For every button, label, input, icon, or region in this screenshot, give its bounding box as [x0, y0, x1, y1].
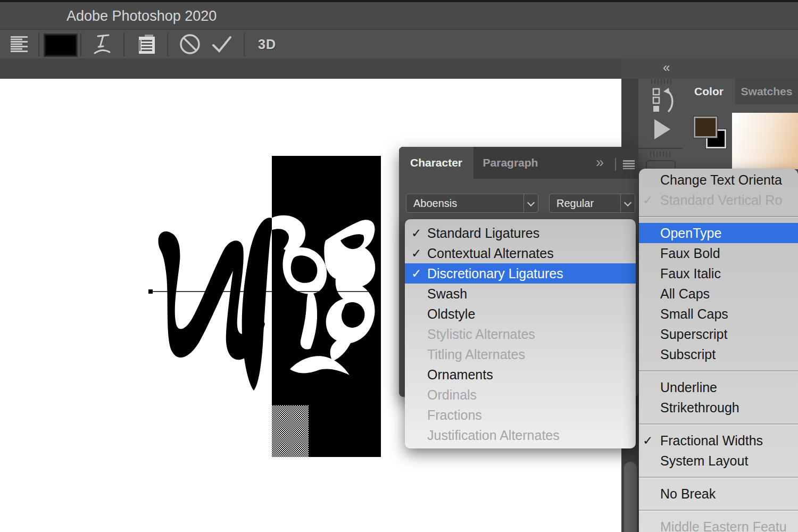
commit-check-icon[interactable] [211, 30, 233, 59]
font-family-select[interactable]: Aboensis [406, 194, 538, 213]
menu-separator [639, 510, 798, 511]
menu-item-faux-bold[interactable]: Faux Bold [639, 243, 798, 263]
panel-menu-icon[interactable] [623, 160, 635, 169]
menu-separator [639, 477, 798, 478]
menu-item-superscript[interactable]: Superscript [639, 324, 798, 344]
menu-item-middle-eastern-featu[interactable]: Middle Eastern Featu [639, 517, 798, 532]
tab-character[interactable]: Character [399, 147, 473, 179]
menu-item-label: Oldstyle [427, 306, 475, 322]
menu-item-subscript[interactable]: Subscript [639, 344, 798, 364]
3d-mode-button[interactable]: 3D [254, 30, 280, 59]
window-title: Adobe Photoshop 2020 [66, 8, 217, 24]
collapse-panels-button[interactable]: « [663, 60, 670, 75]
menu-item-label: Faux Bold [660, 246, 720, 261]
menu-item-label: Justification Alternates [427, 428, 560, 443]
font-style-select[interactable]: Regular [549, 194, 635, 213]
options-separator [80, 33, 81, 56]
menu-item-label: Small Caps [660, 306, 728, 322]
menu-item-label: Titling Alternates [427, 347, 525, 362]
menu-item-fractional-widths[interactable]: ✓ Fractional Widths [639, 430, 798, 451]
color-gradient-field[interactable] [732, 113, 798, 169]
menu-item-label: Swash [427, 286, 467, 302]
checkmark-icon: ✓ [643, 434, 660, 448]
chevron-down-icon [523, 194, 538, 212]
vertical-scrollbar[interactable] [624, 462, 637, 532]
tab-swatches[interactable]: Swatches [735, 79, 798, 104]
checkmark-icon: ✓ [411, 246, 427, 261]
actions-play-icon[interactable] [654, 119, 670, 139]
menu-item-swash[interactable]: Swash [405, 284, 636, 304]
checkmark-icon: ✓ [643, 193, 660, 207]
panel-grip[interactable] [651, 79, 671, 84]
options-separator [38, 33, 39, 56]
menu-item-oldstyle[interactable]: Oldstyle [405, 304, 636, 324]
menu-item-label: Stylistic Alternates [427, 327, 535, 342]
panel-grip[interactable] [650, 152, 670, 156]
menu-item-ornaments[interactable]: Ornaments [405, 364, 636, 385]
menu-item-small-caps[interactable]: Small Caps [639, 304, 798, 324]
menu-item-label: System Layout [660, 453, 748, 469]
options-separator [244, 33, 245, 56]
menu-item-label: Discretionary Ligatures [427, 266, 563, 281]
chevron-down-icon [620, 194, 635, 212]
menu-item-faux-italic[interactable]: Faux Italic [639, 263, 798, 284]
tab-color[interactable]: Color [683, 79, 735, 104]
dock-divider [638, 148, 683, 149]
menu-item-strikethrough[interactable]: Strikethrough [639, 397, 798, 418]
cancel-icon[interactable] [179, 30, 201, 59]
menu-item-label: Fractional Widths [660, 433, 763, 448]
dithered-region [272, 405, 309, 457]
opentype-submenu: ✓ Standard Ligatures ✓ Contextual Altern… [405, 219, 636, 448]
menu-item-change-text-orienta[interactable]: Change Text Orienta [639, 170, 798, 190]
menu-item-standard-vertical-ro[interactable]: ✓ Standard Vertical Ro [639, 190, 798, 210]
menu-separator [639, 216, 798, 217]
menu-item-label: Strikethrough [660, 400, 739, 415]
foreground-color-swatch[interactable] [694, 117, 717, 138]
menu-item-underline[interactable]: Underline [639, 377, 798, 397]
menu-item-fractions[interactable]: Fractions [405, 405, 636, 425]
menu-separator [639, 423, 798, 425]
font-style-value: Regular [550, 197, 620, 210]
menu-item-discretionary-ligatures[interactable]: ✓ Discretionary Ligatures [405, 263, 636, 284]
text-color-swatch[interactable] [45, 35, 77, 56]
menu-item-opentype[interactable]: OpenType [639, 223, 798, 243]
options-separator [167, 33, 168, 56]
menu-item-no-break[interactable]: No Break [639, 484, 798, 504]
menu-item-label: No Break [660, 486, 716, 502]
menu-item-label: Standard Ligatures [427, 226, 539, 241]
menu-item-label: Standard Vertical Ro [660, 193, 782, 208]
collapse-panel-icon[interactable]: » [596, 154, 604, 171]
menu-item-label: Faux Italic [660, 266, 721, 281]
menu-item-ordinals[interactable]: Ordinals [405, 385, 636, 405]
options-bar: 3D [0, 30, 798, 60]
menu-item-label: Ornaments [427, 367, 493, 383]
menu-item-titling-alternates[interactable]: Titling Alternates [405, 344, 636, 364]
menu-item-label: OpenType [660, 226, 721, 241]
menu-item-label: Superscript [660, 327, 727, 342]
menu-item-label: Subscript [660, 347, 716, 362]
checkmark-icon: ✓ [411, 267, 427, 281]
menu-item-contextual-alternates[interactable]: ✓ Contextual Alternates [405, 243, 636, 263]
character-panel-flyout-menu: Change Text Orienta ✓ Standard Vertical … [639, 169, 798, 532]
title-bar: Adobe Photoshop 2020 [0, 2, 798, 30]
menu-item-label: Middle Eastern Featu [660, 519, 787, 532]
menu-item-label: Underline [660, 380, 717, 395]
tab-paragraph[interactable]: Paragraph [480, 147, 541, 179]
menu-separator [639, 370, 798, 371]
font-family-value: Aboensis [406, 197, 523, 210]
menu-item-all-caps[interactable]: All Caps [639, 284, 798, 304]
menu-item-stylistic-alternates[interactable]: Stylistic Alternates [405, 324, 636, 344]
dock-header-strip [621, 59, 798, 79]
options-separator [123, 33, 124, 56]
toggle-panels-icon[interactable] [136, 30, 157, 59]
paragraph-align-icon[interactable] [10, 30, 30, 59]
menu-item-label: Contextual Alternates [427, 246, 554, 261]
document-tab-strip [0, 59, 621, 79]
warp-text-icon[interactable] [92, 30, 113, 59]
menu-item-justification-alternates[interactable]: Justification Alternates [405, 425, 636, 445]
menu-item-system-layout[interactable]: System Layout [639, 451, 798, 471]
menu-item-standard-ligatures[interactable]: ✓ Standard Ligatures [405, 223, 636, 243]
history-icon[interactable] [652, 87, 676, 116]
menu-item-label: All Caps [660, 286, 710, 302]
photoshop-window: { "window": { "title": "Adobe Photoshop … [0, 0, 798, 532]
